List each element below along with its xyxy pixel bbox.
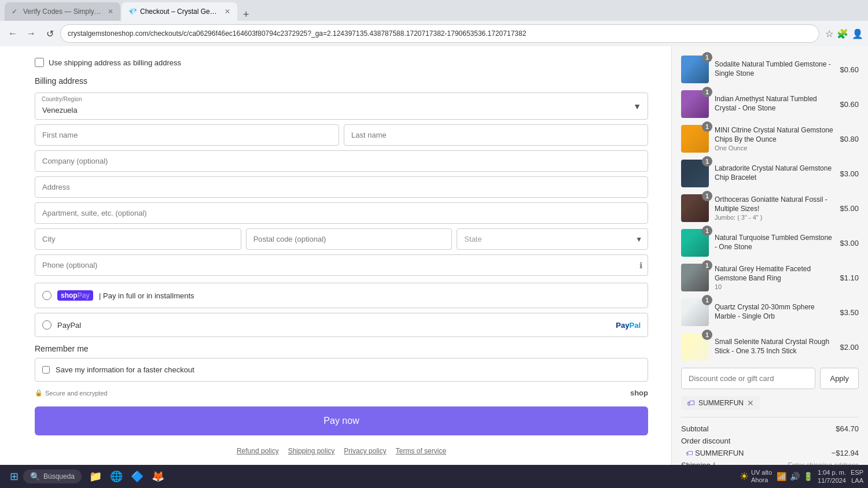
use-shipping-checkbox[interactable]	[35, 58, 44, 67]
product-price: $3.00	[840, 239, 859, 247]
product-name: Indian Amethyst Natural Tumbled Crystal …	[715, 95, 834, 113]
remember-me-section: Remember me Save my information for a fa…	[35, 344, 648, 382]
tag-icon: 🏷	[687, 398, 695, 408]
lock-icon: 🔒	[35, 389, 43, 397]
tab-verify-close[interactable]: ✕	[108, 8, 113, 16]
extensions-icon[interactable]: 🧩	[837, 28, 848, 39]
state-select[interactable]: State	[457, 228, 648, 250]
product-price: $3.50	[840, 308, 859, 317]
first-name-field[interactable]	[35, 124, 339, 146]
product-name: Small Selenite Natural Crystal Rough Sti…	[715, 338, 834, 356]
list-item: 1 Natural Grey Hematite Faceted Gemstone…	[681, 264, 859, 291]
back-button[interactable]: ←	[5, 25, 21, 42]
shipping-policy-link[interactable]: Shipping policy	[288, 447, 335, 455]
coupon-remove-button[interactable]: ✕	[747, 398, 754, 408]
product-badge: 1	[702, 121, 712, 132]
paypal-radio[interactable]	[42, 320, 52, 330]
star-icon[interactable]: ☆	[825, 28, 833, 39]
apartment-field[interactable]	[35, 202, 648, 224]
terms-of-service-link[interactable]: Terms of service	[396, 447, 446, 455]
pay-now-button[interactable]: Pay now	[35, 406, 648, 435]
list-item: 1 Quartz Crystal 20-30mm Sphere Marble -…	[681, 298, 859, 326]
product-name: Sodalite Natural Tumbled Gemstone - Sing…	[715, 60, 834, 78]
list-item: 1 Indian Amethyst Natural Tumbled Crysta…	[681, 90, 859, 118]
product-info: Small Selenite Natural Crystal Rough Sti…	[715, 338, 834, 356]
product-badge: 1	[702, 225, 712, 236]
profile-icon[interactable]: 👤	[852, 28, 863, 39]
forward-button[interactable]: →	[23, 25, 39, 42]
last-name-field[interactable]	[344, 124, 648, 146]
coupon-code: SUMMERFUN	[698, 399, 744, 407]
product-variant: 10	[715, 283, 834, 290]
secure-row: 🔒 Secure and encrypted shop	[35, 389, 648, 397]
address-bar-row: ← → ↺ crystalgemstoneshop.com/checkouts/…	[0, 21, 868, 46]
refresh-button[interactable]: ↺	[42, 25, 58, 42]
shipping-row: Shipping ℹ Enter shipping address	[681, 461, 859, 465]
tab-verify-title: Verify Codes — SimplyCodes	[23, 8, 104, 16]
shop-pay-option[interactable]: shopPay | Pay in full or in installments	[35, 283, 648, 308]
shipping-label: Shipping	[681, 461, 711, 465]
tab-checkout-favicon: 💎	[128, 8, 137, 16]
shop-pay-radio[interactable]	[42, 291, 52, 300]
product-price: $1.10	[840, 273, 859, 282]
save-info-option[interactable]: Save my information for a faster checkou…	[35, 358, 648, 382]
right-panel: 1 Sodalite Natural Tumbled Gemstone - Si…	[671, 46, 868, 465]
address-bar[interactable]: crystalgemstoneshop.com/checkouts/c/ca06…	[60, 24, 819, 43]
apply-button[interactable]: Apply	[820, 368, 859, 389]
refund-policy-link[interactable]: Refund policy	[237, 447, 279, 455]
product-image-wrapper: 1	[681, 298, 709, 326]
product-image-wrapper: 1	[681, 194, 709, 222]
product-image-wrapper: 1	[681, 56, 709, 83]
tab-checkout[interactable]: 💎 Checkout – Crystal Gemstone S… ✕	[122, 2, 237, 21]
product-info: MINI Citrine Crystal Natural Gemstone Ch…	[715, 126, 834, 151]
product-image-wrapper: 1	[681, 333, 709, 361]
product-info: Orthoceras Goniatite Natural Fossil - Mu…	[715, 195, 834, 220]
product-price: $0.60	[840, 65, 859, 74]
product-name: Quartz Crystal 20-30mm Sphere Marble - S…	[715, 303, 834, 321]
tab-verify[interactable]: ✓ Verify Codes — SimplyCodes ✕	[5, 2, 120, 21]
product-image-wrapper: 1	[681, 160, 709, 187]
shop-pay-badge: shopPay	[57, 290, 93, 301]
discount-input[interactable]	[681, 368, 815, 389]
new-tab-button[interactable]: +	[238, 9, 254, 21]
product-info: Quartz Crystal 20-30mm Sphere Marble - S…	[715, 303, 834, 321]
address-field[interactable]	[35, 176, 648, 198]
phone-info-icon[interactable]: ℹ	[639, 261, 642, 270]
product-info: Sodalite Natural Tumbled Gemstone - Sing…	[715, 60, 834, 78]
tab-checkout-close[interactable]: ✕	[225, 8, 230, 16]
product-badge: 1	[702, 295, 712, 305]
product-image-wrapper: 1	[681, 90, 709, 118]
browser-content: Use shipping address as billing address …	[0, 46, 868, 465]
product-info: Indian Amethyst Natural Tumbled Crystal …	[715, 95, 834, 113]
billing-address-title: Billing address	[35, 76, 648, 86]
paypal-logo: PayPal	[616, 321, 641, 330]
list-item: 1 Small Selenite Natural Crystal Rough S…	[681, 333, 859, 361]
privacy-policy-link[interactable]: Privacy policy	[344, 447, 386, 455]
product-badge: 1	[702, 156, 712, 167]
product-info: Labradorite Crystal Natural Gemstone Chi…	[715, 164, 834, 182]
company-field[interactable]	[35, 150, 648, 172]
phone-field[interactable]	[35, 254, 648, 276]
product-badge: 1	[702, 52, 712, 62]
city-field[interactable]	[35, 228, 241, 250]
list-item: 1 Orthoceras Goniatite Natural Fossil - …	[681, 194, 859, 222]
product-image-wrapper: 1	[681, 229, 709, 257]
coupon-code-label: SUMMERFUN	[695, 449, 744, 457]
tag-small-icon: 🏷	[686, 449, 693, 457]
paypal-label: PayPal	[57, 321, 81, 330]
postal-field[interactable]	[246, 228, 453, 250]
list-item: 1 Natural Turquoise Tumbled Gemstone - O…	[681, 229, 859, 257]
coupon-discount-row: 🏷 SUMMERFUN −$12.94	[681, 449, 859, 457]
discount-amount: −$12.94	[832, 449, 859, 457]
product-name: Natural Grey Hematite Faceted Gemstone B…	[715, 265, 834, 283]
subtotal-row: Subtotal $64.70	[681, 424, 859, 433]
address-bar-icons: ☆ 🧩 👤	[825, 28, 863, 39]
save-info-checkbox[interactable]	[42, 366, 50, 374]
product-info: Natural Grey Hematite Faceted Gemstone B…	[715, 265, 834, 290]
product-list: 1 Sodalite Natural Tumbled Gemstone - Si…	[681, 56, 859, 361]
paypal-option[interactable]: PayPal PayPal	[35, 313, 648, 337]
product-price: $3.00	[840, 169, 859, 178]
product-image-wrapper: 1	[681, 125, 709, 153]
left-panel: Use shipping address as billing address …	[0, 46, 671, 465]
country-select[interactable]: Venezuela	[35, 93, 648, 120]
